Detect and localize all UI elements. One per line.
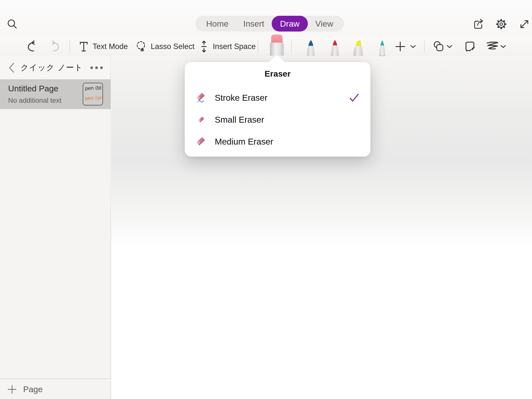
divider [258, 40, 258, 53]
chevron-left-icon [8, 62, 15, 73]
ink-effects-button[interactable] [486, 37, 499, 56]
option-label: Small Eraser [215, 115, 264, 125]
more-options-button[interactable] [89, 62, 104, 73]
sidebar-header: クイック ノート [0, 56, 111, 79]
page-thumbnail: pen (bl pen (ora [83, 83, 103, 105]
fullscreen-button[interactable] [518, 18, 531, 31]
divider [291, 40, 292, 53]
eraser-cap [271, 34, 283, 43]
stroke-eraser-icon [195, 92, 208, 104]
divider [424, 40, 425, 53]
ink-to-shape-button[interactable] [464, 37, 477, 56]
divider [69, 40, 70, 53]
text-mode-icon [78, 41, 89, 52]
tab-home[interactable]: Home [199, 16, 236, 32]
undo-button[interactable] [26, 37, 38, 56]
page-title: Untitled Page [8, 84, 58, 93]
insert-space-icon [199, 40, 209, 53]
undo-icon [26, 40, 38, 53]
popup-callout-arrow [268, 55, 285, 63]
popup-title: Eraser [185, 69, 370, 79]
text-mode-label: Text Mode [93, 42, 128, 51]
chevron-down-icon [446, 44, 453, 49]
chevron-down-icon [500, 44, 506, 49]
page-subtitle: No additional text [8, 97, 61, 104]
chevron-down-icon [410, 44, 416, 49]
highlighter-yellow[interactable] [351, 37, 366, 56]
share-button[interactable] [472, 18, 485, 31]
plus-icon [7, 385, 17, 394]
small-eraser-icon [195, 115, 208, 125]
tab-insert[interactable]: Insert [236, 16, 272, 32]
option-small-eraser[interactable]: Small Eraser [185, 109, 370, 131]
eraser-popup: Eraser Stroke Eraser [185, 62, 370, 157]
eraser-options: Stroke Eraser [185, 87, 370, 152]
lasso-select-button[interactable]: Lasso Select [135, 37, 195, 56]
gear-icon [495, 18, 507, 30]
pen-red[interactable] [328, 37, 342, 56]
ribbon-tabs: Home Insert Draw View [195, 16, 344, 32]
lasso-select-label: Lasso Select [151, 42, 195, 51]
checkmark-icon [349, 92, 360, 103]
pages-sidebar: クイック ノート Untitled Page No additional tex… [0, 56, 111, 399]
medium-eraser-icon [195, 136, 208, 148]
ink-effects-chevron[interactable] [500, 37, 506, 56]
divider [0, 379, 111, 379]
lasso-select-icon [135, 40, 147, 53]
insert-space-label: Insert Space [213, 42, 256, 51]
insert-space-button[interactable]: Insert Space [199, 37, 256, 56]
add-pen-chevron[interactable] [410, 37, 416, 56]
draw-ribbon: Text Mode Lasso Select Insert Space [0, 37, 532, 56]
option-label: Stroke Eraser [215, 93, 267, 103]
eraser-body [270, 43, 284, 56]
add-pen-button[interactable] [395, 37, 406, 56]
shapes-icon [432, 40, 445, 53]
search-icon [6, 18, 18, 30]
eraser-tool-selected[interactable] [270, 34, 284, 56]
thumbnail-ink-line2: pen (ora [85, 95, 103, 101]
option-label: Medium Eraser [215, 137, 273, 147]
text-mode-button[interactable]: Text Mode [78, 37, 128, 56]
plus-icon [395, 41, 406, 52]
add-page-label: Page [23, 384, 43, 394]
onenote-app: Home Insert Draw View [0, 0, 532, 399]
shapes-chevron[interactable] [446, 37, 453, 56]
share-icon [472, 18, 484, 30]
page-list-item-selected[interactable]: Untitled Page No additional text pen (bl… [0, 79, 111, 109]
expand-icon [518, 18, 530, 30]
pencil-teal[interactable] [375, 37, 390, 56]
settings-button[interactable] [495, 18, 508, 31]
back-button[interactable] [6, 62, 17, 73]
pen-blue[interactable] [303, 37, 318, 56]
tab-view[interactable]: View [308, 16, 341, 32]
tab-draw[interactable]: Draw [272, 16, 308, 32]
search-button[interactable] [6, 18, 18, 30]
shapes-button[interactable] [432, 37, 445, 56]
top-bar: Home Insert Draw View [0, 0, 532, 37]
redo-icon [49, 40, 61, 53]
add-page-button[interactable]: Page [0, 380, 111, 399]
notebook-title: クイック ノート [20, 62, 84, 73]
thumbnail-ink-line1: pen (bl [85, 85, 101, 91]
ellipsis-icon [90, 66, 103, 69]
redo-button[interactable] [49, 37, 61, 56]
option-medium-eraser[interactable]: Medium Eraser [185, 131, 370, 152]
squiggle-icon [486, 41, 499, 52]
note-pen-icon [464, 40, 477, 53]
option-stroke-eraser[interactable]: Stroke Eraser [185, 87, 370, 109]
